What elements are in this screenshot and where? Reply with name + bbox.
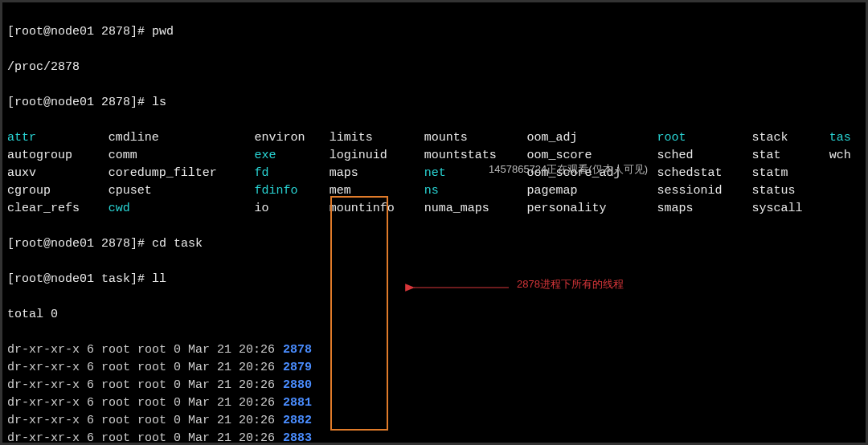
ls-cell: comm	[108, 147, 255, 165]
ls-cell: schedstat	[657, 165, 752, 182]
ls-cell: status	[751, 182, 829, 200]
ls-cell: coredump_filter	[108, 165, 255, 182]
ll-pid: 2882	[275, 412, 320, 430]
ls-cell: cmdline	[108, 129, 255, 147]
ll-row: dr-xr-xr-x 6 root root 0 Mar 21 20:26288…	[7, 394, 861, 412]
prompt: [root@node01 2878]#	[7, 96, 152, 109]
ll-pid: 2879	[275, 359, 320, 377]
ls-cell: pagemap	[526, 182, 657, 200]
ls-cell: io	[255, 200, 330, 218]
ll-row: dr-xr-xr-x 6 root root 0 Mar 21 20:26288…	[7, 412, 861, 430]
ls-cell: statm	[751, 165, 829, 182]
ls-cell: autogroup	[7, 147, 108, 165]
ls-cell: exe	[255, 147, 330, 165]
command-ls: ls	[152, 96, 166, 109]
ll-pid: 2883	[275, 430, 320, 445]
terminal[interactable]: [root@node01 2878]# pwd /proc/2878 [root…	[2, 2, 866, 445]
ll-prefix: dr-xr-xr-x 6 root root 0 Mar 21 20:26	[7, 341, 275, 359]
ls-cell: clear_refs	[7, 200, 108, 218]
ls-cell: maps	[330, 165, 424, 182]
ls-cell: tas	[829, 129, 861, 147]
line-cdtask-cmd: [root@node01 2878]# cd task	[7, 235, 861, 253]
ls-cell: ns	[424, 182, 527, 200]
ls-row: autogroupcommexeloginuidmountstatsoom_sc…	[7, 147, 861, 165]
ls-cell: mounts	[424, 129, 527, 147]
ls-cell: auxv	[7, 165, 108, 182]
command-ll: ll	[152, 272, 166, 286]
line-pwd-cmd: [root@node01 2878]# pwd	[7, 23, 861, 41]
ll-prefix: dr-xr-xr-x 6 root root 0 Mar 21 20:26	[7, 394, 275, 412]
ls-cell: stack	[751, 129, 829, 147]
ls-row: clear_refscwdiomountinfonuma_mapspersona…	[7, 200, 861, 218]
ll-row: dr-xr-xr-x 6 root root 0 Mar 21 20:26287…	[7, 341, 861, 359]
ls-cell: syscall	[751, 200, 829, 218]
ls-row: attrcmdlineenvironlimitsmountsoom_adjroo…	[7, 129, 861, 147]
line-ls-cmd: [root@node01 2878]# ls	[7, 94, 861, 112]
ls-cell: loginuid	[330, 147, 424, 165]
ls-cell	[829, 200, 861, 218]
ls-cell: attr	[7, 129, 108, 147]
ls-cell: mountinfo	[330, 200, 424, 218]
line-ll-cmd: [root@node01 task]# ll	[7, 271, 861, 288]
ls-cell	[829, 182, 861, 200]
ls-row: cgroupcpusetfdinfomemnspagemapsessionids…	[7, 182, 861, 200]
ll-prefix: dr-xr-xr-x 6 root root 0 Mar 21 20:26	[7, 430, 275, 445]
command-pwd: pwd	[152, 25, 174, 39]
prompt: [root@node01 task]#	[7, 272, 152, 286]
ls-cell: wch	[829, 147, 861, 165]
ls-cell: numa_maps	[424, 200, 527, 218]
ls-cell: sessionid	[657, 182, 752, 200]
ls-cell: mem	[330, 182, 424, 200]
ll-pid: 2880	[275, 377, 320, 394]
ll-total: total 0	[7, 306, 861, 324]
ls-cell: cpuset	[108, 182, 255, 200]
watermark: 1457865724正在观看(仅本人可见)	[489, 162, 648, 177]
ls-cell	[829, 165, 861, 182]
ll-row: dr-xr-xr-x 6 root root 0 Mar 21 20:26287…	[7, 359, 861, 377]
annotation-label: 2878进程下所有的线程	[517, 277, 624, 292]
ls-output: attrcmdlineenvironlimitsmountsoom_adjroo…	[7, 129, 861, 218]
ll-row: dr-xr-xr-x 6 root root 0 Mar 21 20:26288…	[7, 377, 861, 394]
ls-cell: smaps	[657, 200, 752, 218]
prompt: [root@node01 2878]#	[7, 237, 152, 251]
ll-prefix: dr-xr-xr-x 6 root root 0 Mar 21 20:26	[7, 359, 275, 377]
ls-cell: fdinfo	[255, 182, 330, 200]
ll-output: dr-xr-xr-x 6 root root 0 Mar 21 20:26287…	[7, 341, 861, 445]
ll-prefix: dr-xr-xr-x 6 root root 0 Mar 21 20:26	[7, 377, 275, 394]
ls-cell: limits	[330, 129, 424, 147]
ls-cell: cgroup	[7, 182, 108, 200]
ls-cell: personality	[526, 200, 657, 218]
prompt: [root@node01 2878]#	[7, 25, 152, 39]
ll-pid: 2881	[275, 394, 320, 412]
command-cdtask: cd task	[152, 237, 203, 251]
ls-cell: sched	[657, 147, 752, 165]
ls-row: auxvcoredump_filterfdmapsnetoom_score_ad…	[7, 165, 861, 182]
ls-cell: root	[657, 129, 752, 147]
ls-cell: cwd	[108, 200, 255, 218]
ls-cell: environ	[255, 129, 330, 147]
ll-row: dr-xr-xr-x 6 root root 0 Mar 21 20:26288…	[7, 430, 861, 445]
ls-cell: oom_adj	[526, 129, 657, 147]
ll-prefix: dr-xr-xr-x 6 root root 0 Mar 21 20:26	[7, 412, 275, 430]
ls-cell: fd	[255, 165, 330, 182]
pwd-output: /proc/2878	[7, 59, 861, 76]
ll-pid: 2878	[275, 341, 320, 359]
ls-cell: stat	[751, 147, 829, 165]
